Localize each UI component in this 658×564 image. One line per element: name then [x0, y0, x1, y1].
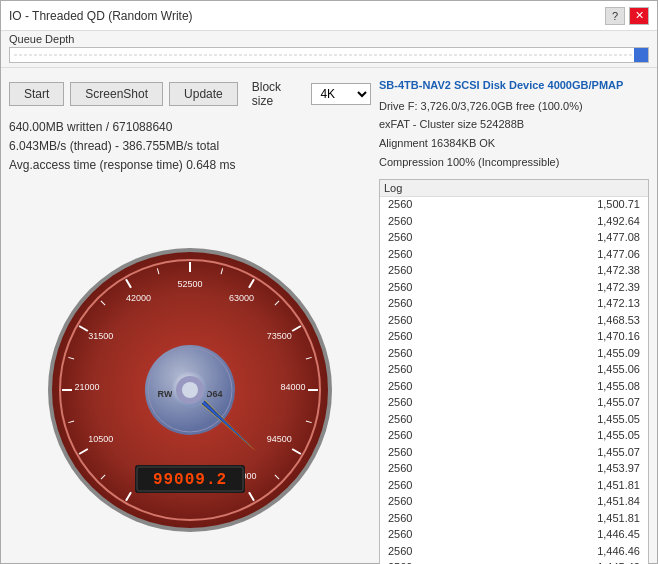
block-size-label: Block size — [252, 80, 306, 108]
log-col-value: 1,455.09 — [560, 345, 640, 362]
log-col-value: 1,455.08 — [560, 378, 640, 395]
log-col-value: 1,451.81 — [560, 477, 640, 494]
svg-text:52500: 52500 — [177, 279, 202, 289]
log-col-value: 1,455.07 — [560, 444, 640, 461]
log-section: Log 25601,500.7125601,492.6425601,477.08… — [379, 179, 649, 564]
log-row: 25601,470.16 — [384, 328, 644, 345]
svg-text:94500: 94500 — [267, 434, 292, 444]
queue-section: Queue Depth — [1, 31, 657, 68]
main-window: IO - Threaded QD (Random Write) ? ✕ Queu… — [0, 0, 658, 564]
svg-text:10500: 10500 — [88, 434, 113, 444]
log-col-value: 1,455.05 — [560, 427, 640, 444]
svg-text:63000: 63000 — [229, 293, 254, 303]
progress-fill — [634, 48, 648, 62]
log-col-value: 1,472.38 — [560, 262, 640, 279]
log-col-value: 1,453.97 — [560, 460, 640, 477]
log-row: 25601,451.84 — [384, 493, 644, 510]
start-button[interactable]: Start — [9, 82, 64, 106]
stat-line1: 640.00MB written / 671088640 — [9, 118, 371, 137]
log-col-queue: 2560 — [388, 559, 438, 564]
log-col-queue: 2560 — [388, 543, 438, 560]
log-row: 25601,446.46 — [384, 543, 644, 560]
log-col-value: 1,451.84 — [560, 493, 640, 510]
log-col-queue: 2560 — [388, 378, 438, 395]
log-row: 25601,455.07 — [384, 444, 644, 461]
left-panel: Start ScreenShot Update Block size 4K 64… — [9, 76, 371, 564]
log-row: 25601,446.45 — [384, 526, 644, 543]
title-bar: IO - Threaded QD (Random Write) ? ✕ — [1, 1, 657, 31]
log-col-queue: 2560 — [388, 262, 438, 279]
log-col-value: 1,468.53 — [560, 312, 640, 329]
log-label: Log — [380, 180, 648, 197]
log-col-value: 1,455.05 — [560, 411, 640, 428]
block-size-select[interactable]: 4K — [311, 83, 371, 105]
log-row: 25601,477.06 — [384, 246, 644, 263]
log-col-value: 1,472.39 — [560, 279, 640, 296]
device-info: SB-4TB-NAV2 SCSI Disk Device 4000GB/PMAP… — [379, 76, 649, 171]
log-col-queue: 2560 — [388, 246, 438, 263]
window-title: IO - Threaded QD (Random Write) — [9, 9, 193, 23]
log-col-queue: 2560 — [388, 493, 438, 510]
gauge-svg: 0 10500 21000 31500 42000 52500 63000 73… — [45, 245, 335, 535]
log-col-queue: 2560 — [388, 510, 438, 527]
log-row: 25601,472.39 — [384, 279, 644, 296]
close-button[interactable]: ✕ — [629, 7, 649, 25]
log-row: 25601,455.06 — [384, 361, 644, 378]
screenshot-button[interactable]: ScreenShot — [70, 82, 163, 106]
log-col-queue: 2560 — [388, 229, 438, 246]
device-title: SB-4TB-NAV2 SCSI Disk Device 4000GB/PMAP — [379, 76, 649, 95]
svg-text:31500: 31500 — [88, 331, 113, 341]
log-row: 25601,500.71 — [384, 197, 644, 213]
log-col-queue: 2560 — [388, 279, 438, 296]
queue-label: Queue Depth — [9, 33, 649, 45]
log-row: 25601,472.13 — [384, 295, 644, 312]
speedometer-container: 0 10500 21000 31500 42000 52500 63000 73… — [9, 182, 371, 564]
log-col-queue: 2560 — [388, 411, 438, 428]
log-col-queue: 2560 — [388, 345, 438, 362]
log-col-queue: 2560 — [388, 295, 438, 312]
log-row: 25601,453.97 — [384, 460, 644, 477]
log-col-value: 1,472.13 — [560, 295, 640, 312]
log-col-value: 1,500.71 — [560, 197, 640, 213]
log-row: 25601,477.08 — [384, 229, 644, 246]
right-panel: SB-4TB-NAV2 SCSI Disk Device 4000GB/PMAP… — [379, 76, 649, 564]
log-row: 25601,455.05 — [384, 411, 644, 428]
log-col-queue: 2560 — [388, 444, 438, 461]
log-col-queue: 2560 — [388, 328, 438, 345]
stat-line2: 6.043MB/s (thread) - 386.755MB/s total — [9, 137, 371, 156]
device-alignment: Alignment 16384KB OK — [379, 134, 649, 153]
log-col-queue: 2560 — [388, 460, 438, 477]
device-fs: exFAT - Cluster size 524288B — [379, 115, 649, 134]
log-col-queue: 2560 — [388, 361, 438, 378]
log-content[interactable]: 25601,500.7125601,492.6425601,477.082560… — [380, 197, 648, 564]
update-button[interactable]: Update — [169, 82, 238, 106]
log-row: 25601,455.08 — [384, 378, 644, 395]
log-row: 25601,472.38 — [384, 262, 644, 279]
log-col-value: 1,477.08 — [560, 229, 640, 246]
log-col-value: 1,455.06 — [560, 361, 640, 378]
log-col-value: 1,446.45 — [560, 526, 640, 543]
stat-line3: Avg.access time (response time) 0.648 ms — [9, 156, 371, 175]
svg-text:73500: 73500 — [267, 331, 292, 341]
svg-text:42000: 42000 — [126, 293, 151, 303]
log-col-value: 1,451.81 — [560, 510, 640, 527]
svg-text:84000: 84000 — [280, 382, 305, 392]
log-col-queue: 2560 — [388, 213, 438, 230]
log-col-queue: 2560 — [388, 526, 438, 543]
log-col-queue: 2560 — [388, 312, 438, 329]
log-col-queue: 2560 — [388, 477, 438, 494]
log-row: 25601,492.64 — [384, 213, 644, 230]
main-content: Start ScreenShot Update Block size 4K 64… — [1, 68, 657, 564]
log-row: 25601,455.05 — [384, 427, 644, 444]
svg-point-43 — [182, 382, 198, 398]
buttons-row: Start ScreenShot Update Block size 4K — [9, 76, 371, 112]
help-button[interactable]: ? — [605, 7, 625, 25]
log-col-queue: 2560 — [388, 197, 438, 213]
log-col-value: 1,477.06 — [560, 246, 640, 263]
log-col-value: 1,492.64 — [560, 213, 640, 230]
log-col-value: 1,470.16 — [560, 328, 640, 345]
log-row: 25601,451.81 — [384, 510, 644, 527]
queue-progress-bar[interactable] — [9, 47, 649, 63]
log-row: 25601,451.81 — [384, 477, 644, 494]
log-col-value: 1,455.07 — [560, 394, 640, 411]
